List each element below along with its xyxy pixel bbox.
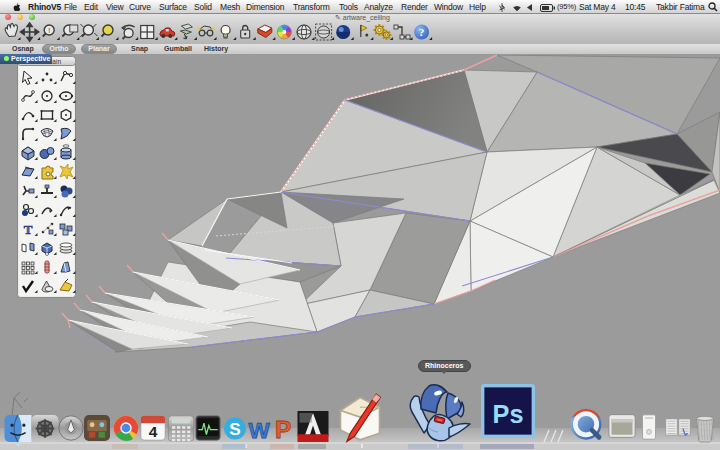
svg-text:4: 4 bbox=[149, 423, 158, 440]
svg-text:W: W bbox=[248, 418, 270, 443]
svg-text:P: P bbox=[275, 416, 291, 443]
svg-text:S: S bbox=[229, 419, 240, 439]
svg-text:?: ? bbox=[419, 26, 425, 38]
svg-text:!: ! bbox=[48, 27, 50, 34]
svg-text:Ps: Ps bbox=[493, 400, 524, 428]
svg-text:T: T bbox=[24, 222, 33, 237]
